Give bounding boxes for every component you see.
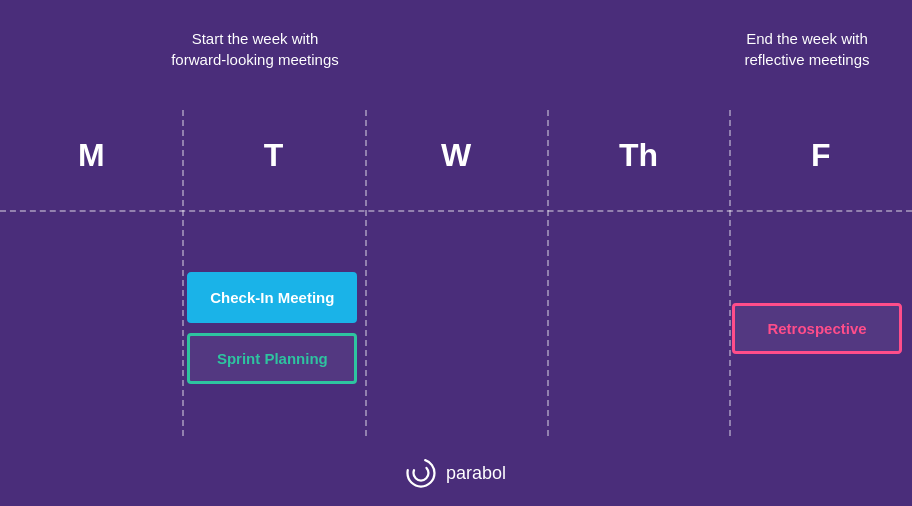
brand-logo-area: parabol <box>406 458 506 488</box>
horizontal-divider <box>0 210 912 212</box>
monday-slot <box>0 220 177 436</box>
friday-slot: Retrospective <box>722 220 912 436</box>
parabol-logo-icon <box>406 458 436 488</box>
day-monday: M <box>0 137 182 174</box>
svg-point-1 <box>413 466 428 481</box>
retrospective-card[interactable]: Retrospective <box>732 303 902 354</box>
day-friday: F <box>730 137 912 174</box>
main-container: Start the week with forward-looking meet… <box>0 0 912 506</box>
svg-point-0 <box>407 460 434 487</box>
thursday-slot <box>545 220 722 436</box>
days-row: M T W Th F <box>0 120 912 190</box>
left-annotation: Start the week with forward-looking meet… <box>145 28 365 70</box>
tuesday-slot: Check-In Meeting Sprint Planning <box>177 220 367 436</box>
day-wednesday: W <box>365 137 547 174</box>
check-in-meeting-card[interactable]: Check-In Meeting <box>187 272 357 323</box>
brand-name: parabol <box>446 463 506 484</box>
wednesday-slot <box>367 220 544 436</box>
sprint-planning-card[interactable]: Sprint Planning <box>187 333 357 384</box>
day-tuesday: T <box>182 137 364 174</box>
content-area: Check-In Meeting Sprint Planning Retrosp… <box>0 220 912 436</box>
day-thursday: Th <box>547 137 729 174</box>
right-annotation: End the week with reflective meetings <box>712 28 902 70</box>
